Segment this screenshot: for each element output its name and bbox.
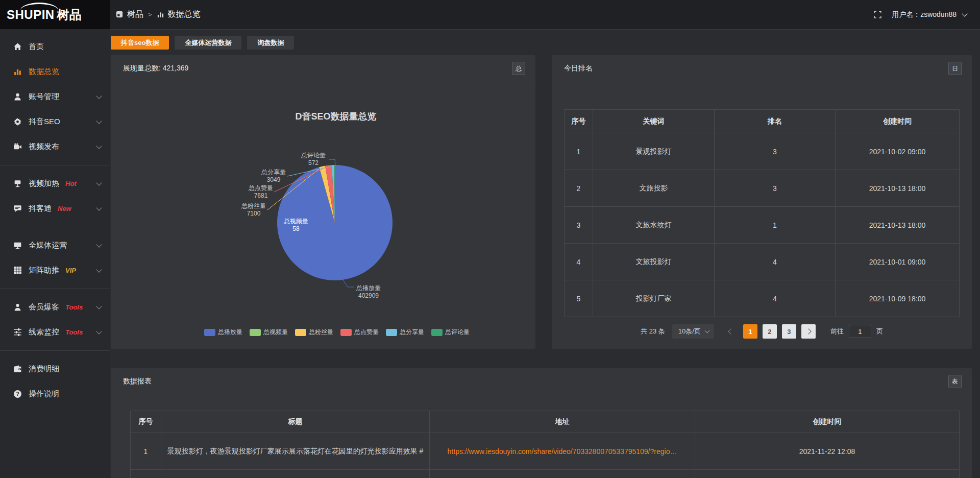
pie-chart-svg <box>111 82 535 348</box>
sidebar-item-account-management[interactable]: 账号管理 <box>0 84 110 109</box>
sidebar-item-badge: Hot <box>65 180 77 187</box>
legend-item-0[interactable]: 总播放量 <box>204 328 242 337</box>
app-root: SHUPIN 树品 首页数据总览账号管理抖音SEO视频发布视频加热Hot抖客通N… <box>0 0 980 478</box>
report-panel-title: 数据报表 <box>123 377 152 386</box>
sidebar-item-douketong[interactable]: 抖客通New <box>0 196 110 221</box>
prev-page-button[interactable] <box>725 324 737 339</box>
goto-page-input[interactable] <box>849 325 871 338</box>
cell: 3 <box>715 133 836 170</box>
legend-item-3[interactable]: 总点赞量 <box>340 328 379 337</box>
legend-label: 总评论量 <box>445 328 470 337</box>
report-panel: 数据报表 表 序号标题地址创建时间1景观投影灯，夜游景观投影灯厂家展示展示落花灯… <box>111 368 972 478</box>
column-header: 序号 <box>565 110 593 133</box>
sidebar-item-badge: VIP <box>65 267 76 274</box>
report-panel-header: 数据报表 表 <box>111 368 972 395</box>
total-view-button[interactable]: 总 <box>512 62 525 75</box>
tab-omni-media-data[interactable]: 全媒体运营数据 <box>175 36 241 50</box>
chevron-down-icon[interactable] <box>962 11 967 16</box>
help-icon: ? <box>13 390 22 398</box>
cell: 2021-10-13 18:00 <box>836 170 960 207</box>
cell: 文旅投影灯 <box>593 244 715 280</box>
breadcrumb-separator: > <box>148 11 152 18</box>
page-button-2[interactable]: 2 <box>763 324 777 339</box>
sidebar-item-home[interactable]: 首页 <box>0 34 110 59</box>
sidebar-item-douyin-seo[interactable]: 抖音SEO <box>0 109 110 134</box>
sidebar-item-member-burst[interactable]: 会员爆客Tools <box>0 295 110 320</box>
chevron-down-icon <box>96 180 102 185</box>
tab-inquiry-data[interactable]: 询盘数据 <box>247 36 294 50</box>
cell <box>131 470 161 478</box>
table-header-row: 序号关键词排名创建时间 <box>565 110 960 133</box>
table-header-row: 序号标题地址创建时间 <box>131 411 960 433</box>
bar-chart-icon <box>157 11 164 18</box>
next-page-button[interactable] <box>801 324 816 339</box>
sidebar-item-label: 全媒体运营 <box>29 241 67 250</box>
total-impressions-value: 421,369 <box>163 64 189 72</box>
cell <box>161 470 430 478</box>
chevron-right-icon <box>805 328 811 334</box>
table-row: 3文旅水纹灯12021-10-13 18:00 <box>565 207 960 244</box>
legend-item-4[interactable]: 总分享量 <box>386 328 424 337</box>
page-button-1[interactable]: 1 <box>743 324 757 339</box>
username[interactable]: 用户名：zswodun88 <box>892 10 957 19</box>
page-button-3[interactable]: 3 <box>782 324 796 339</box>
goto-label: 前往 <box>830 327 844 336</box>
sidebar-item-data-overview[interactable]: 数据总览 <box>0 59 110 84</box>
pie-label-1: 总视频量58 <box>284 218 308 233</box>
legend-item-2[interactable]: 总粉丝量 <box>295 328 333 337</box>
total-impressions-label: 展现量总数: <box>123 64 161 72</box>
daily-view-button[interactable]: 日 <box>948 62 962 75</box>
username-value: zswodun88 <box>920 10 957 18</box>
table-row: 1景观投影灯32021-10-02 09:00 <box>565 133 960 170</box>
sidebar-item-label: 矩阵助推 <box>29 266 59 275</box>
sidebar-item-label: 账号管理 <box>29 92 59 102</box>
table-row-partial <box>131 470 960 478</box>
video-link[interactable]: https://www.iesdouyin.com/share/video/70… <box>448 447 677 456</box>
cell: 1 <box>715 207 836 244</box>
logo-text-cn: 树品 <box>57 7 82 23</box>
cell <box>695 470 960 478</box>
legend-marker <box>295 329 306 336</box>
pie-label-3: 总点赞量7681 <box>249 184 273 200</box>
sidebar-item-omni-media[interactable]: 全媒体运营 <box>0 233 110 258</box>
chevron-down-icon <box>96 205 102 210</box>
sidebar-item-matrix-boost[interactable]: 矩阵助推VIP <box>0 258 110 283</box>
legend-item-1[interactable]: 总视频量 <box>250 328 288 337</box>
legend-item-5[interactable]: 总评论量 <box>431 328 470 337</box>
chevron-down-icon <box>96 303 102 309</box>
sidebar-item-expense-detail[interactable]: 消费明细 <box>0 356 110 381</box>
user-icon <box>13 92 22 101</box>
cell: 2021-10-01 09:00 <box>836 244 960 280</box>
chevron-down-icon <box>96 242 102 247</box>
chevron-down-icon <box>96 93 102 99</box>
sidebar-item-instructions[interactable]: ?操作说明 <box>0 381 110 407</box>
cell: 4 <box>715 280 836 317</box>
ranking-panel-title: 今日排名 <box>564 64 593 73</box>
breadcrumb-root[interactable]: 树品 <box>127 9 143 20</box>
ranking-panel-header: 今日排名 日 <box>552 55 972 82</box>
sidebar-item-label: 视频加热 <box>29 179 59 188</box>
cell: 3 <box>565 207 593 244</box>
sidebar-item-video-publish[interactable]: 视频发布 <box>0 134 110 159</box>
fullscreen-icon[interactable] <box>874 11 881 18</box>
sidebar-item-video-heat[interactable]: 视频加热Hot <box>0 171 110 196</box>
ranking-panel: 今日排名 日 序号关键词排名创建时间1景观投影灯32021-10-02 09:0… <box>552 55 972 349</box>
sidebar-item-badge: Tools <box>65 303 83 311</box>
goto-suffix: 页 <box>876 327 883 336</box>
breadcrumb: 树品 > 数据总览 <box>116 9 201 20</box>
tab-douyin-seo-data[interactable]: 抖音seo数据 <box>111 36 169 50</box>
sidebar-item-badge: Tools <box>65 328 83 336</box>
table-view-button[interactable]: 表 <box>948 375 962 388</box>
chevron-down-icon <box>96 328 102 334</box>
cell-url: https://www.iesdouyin.com/share/video/70… <box>430 433 695 470</box>
column-header: 地址 <box>430 411 695 433</box>
pagination: 共 23 条10条/页123前往页 <box>552 324 972 339</box>
cell: 2 <box>565 170 593 207</box>
sidebar-item-lead-monitor[interactable]: 线索监控Tools <box>0 320 110 345</box>
app-square-icon <box>116 11 124 18</box>
cell-title: 景观投影灯，夜游景观投影灯厂家展示展示落花灯在花园里的灯光投影应用效果 # <box>161 433 430 470</box>
cell: 文旅投影 <box>593 170 715 207</box>
pie-label-line-5 <box>329 159 335 165</box>
pie-label-value: 7681 <box>249 192 273 200</box>
page-size-select[interactable]: 10条/页 <box>672 324 714 339</box>
